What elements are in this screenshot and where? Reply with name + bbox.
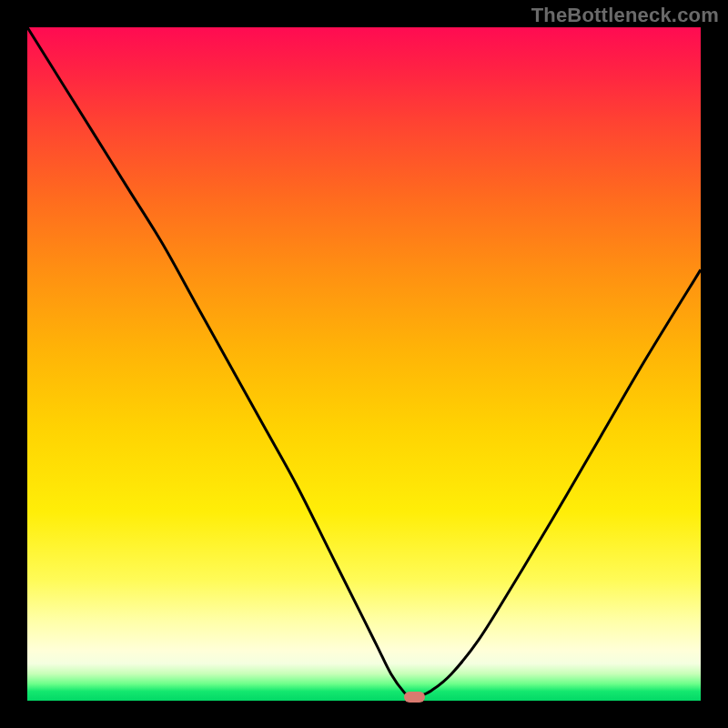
watermark-text: TheBottleneck.com (531, 4, 719, 27)
bottleneck-curve-path (27, 27, 701, 697)
bottleneck-curve-svg (27, 27, 701, 701)
optimal-point-marker (404, 692, 426, 703)
chart-frame: TheBottleneck.com (0, 0, 728, 728)
